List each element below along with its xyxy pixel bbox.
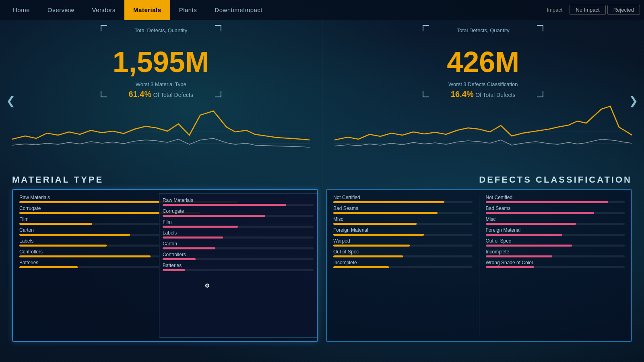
material-type-panel: Raw MaterialsCorrugateFilmCartonLabelsCo…	[12, 189, 318, 342]
bar-track	[163, 247, 314, 249]
item-label: Wrong Shade of Color	[486, 260, 625, 265]
item-label: Bad Seams	[486, 206, 625, 211]
bar-track	[333, 234, 473, 236]
bar-track	[163, 215, 314, 217]
r-frame-tl	[423, 25, 429, 31]
charts-top-section: Total Defects, Quantity 1,595M Worst 3 M…	[0, 20, 644, 189]
right-chart-panel: Total Defects, Quantity 426M Worst 3 Def…	[322, 20, 644, 189]
next-arrow[interactable]: ❯	[625, 90, 642, 111]
nav-downtime[interactable]: DowntimeImpact	[206, 0, 271, 20]
item-label: Not Certified	[486, 195, 625, 200]
nav-overview[interactable]: Overview	[39, 0, 83, 20]
topbar: Home Overview Vendors Materials Plants D…	[0, 0, 644, 20]
item-label: Out of Spec	[486, 238, 625, 244]
list-item: Bad Seams	[333, 206, 473, 214]
bar-track	[333, 212, 473, 214]
r-frame-tr	[537, 25, 543, 31]
list-item: Not Certified	[486, 195, 625, 203]
bar-fill	[163, 237, 223, 239]
list-item: Batteries	[163, 263, 314, 271]
item-label: Not Certified	[333, 195, 473, 200]
list-item: Incomplete	[333, 260, 473, 268]
item-label: Controllers	[163, 252, 314, 257]
item-label: Batteries	[163, 263, 314, 268]
filter-impact[interactable]: Impact	[541, 5, 568, 14]
frame-bl	[101, 91, 107, 97]
bar-track	[333, 266, 473, 268]
frame-tl	[101, 25, 107, 31]
bar-fill	[486, 234, 562, 236]
list-item: Corrugate	[163, 208, 314, 217]
filter-rejected[interactable]: Rejected	[607, 5, 640, 15]
list-item: Warped	[333, 238, 473, 247]
list-item: Misc	[486, 216, 625, 225]
r-frame-br	[537, 91, 543, 97]
bar-fill	[486, 266, 535, 268]
item-label: Film	[163, 219, 314, 225]
bar-track	[333, 255, 473, 257]
bar-track	[333, 201, 473, 203]
list-item: Foreign Material	[333, 227, 473, 236]
list-item: Raw Materials	[163, 197, 314, 206]
bar-track	[163, 258, 314, 260]
filter-buttons: Impact No Impact Rejected	[541, 5, 640, 15]
bar-fill	[19, 255, 151, 257]
bar-fill	[486, 245, 572, 247]
bar-fill	[333, 255, 403, 257]
bottom-section: Raw MaterialsCorrugateFilmCartonLabelsCo…	[0, 189, 644, 346]
bar-track	[486, 255, 625, 257]
nav-home[interactable]: Home	[4, 0, 39, 20]
bar-fill	[19, 234, 130, 236]
item-label: Out of Spec	[333, 249, 473, 255]
defects-left-list: Not CertifiedBad SeamsMiscForeign Materi…	[330, 195, 476, 336]
item-label: Misc	[333, 216, 473, 222]
right-section-label: Defects Classification	[479, 175, 632, 185]
panel-divider	[479, 195, 479, 336]
bar-track	[163, 204, 314, 206]
right-line-chart	[334, 103, 632, 155]
bar-fill	[333, 212, 438, 214]
list-item: Bad Seams	[486, 206, 625, 214]
bar-fill	[486, 223, 576, 225]
nav-materials[interactable]: Materials	[124, 0, 170, 20]
bar-fill	[19, 245, 107, 247]
bar-track	[486, 201, 625, 203]
item-label: Warped	[333, 238, 473, 244]
bar-track	[486, 234, 625, 236]
material-overlay-panel: Raw MaterialsCorrugateFilmLabelsCartonCo…	[159, 193, 317, 338]
frame-tr	[215, 25, 221, 31]
filter-no-impact[interactable]: No Impact	[570, 5, 605, 15]
left-section-label: Material Type	[12, 175, 103, 185]
list-item: Foreign Material	[486, 227, 625, 236]
bar-track	[163, 269, 314, 271]
right-chart-title: Total Defects, Quantity	[423, 25, 543, 33]
item-label: Raw Materials	[163, 197, 314, 203]
bar-fill	[163, 204, 287, 206]
bar-fill	[333, 245, 410, 247]
frame-br	[215, 91, 221, 97]
prev-arrow[interactable]: ❮	[2, 90, 19, 111]
nav-bar: Home Overview Vendors Materials Plants D…	[4, 0, 541, 20]
left-line-chart	[12, 103, 310, 155]
bar-fill	[333, 266, 389, 268]
bar-fill	[19, 266, 78, 268]
nav-plants[interactable]: Plants	[170, 0, 206, 20]
list-item: Out of Spec	[486, 238, 625, 247]
bar-fill	[333, 223, 417, 225]
item-label: Carton	[163, 241, 314, 247]
r-frame-bl	[423, 91, 429, 97]
list-item: Not Certified	[333, 195, 473, 203]
bar-fill	[163, 269, 185, 271]
bar-fill	[333, 201, 444, 203]
bar-fill	[486, 212, 594, 214]
bar-track	[333, 245, 473, 247]
main-content: ❮ ❯ Total Defects, Quantity 1,595M Worst…	[0, 20, 644, 362]
bar-fill	[333, 234, 424, 236]
defects-right-list: Not CertifiedBad SeamsMiscForeign Materi…	[483, 195, 628, 336]
list-item: Wrong Shade of Color	[486, 260, 625, 268]
left-chart-title: Total Defects, Quantity	[101, 25, 221, 33]
item-label: Bad Seams	[333, 206, 473, 211]
bar-fill	[163, 258, 196, 260]
bar-fill	[486, 201, 608, 203]
nav-vendors[interactable]: Vendors	[83, 0, 125, 20]
